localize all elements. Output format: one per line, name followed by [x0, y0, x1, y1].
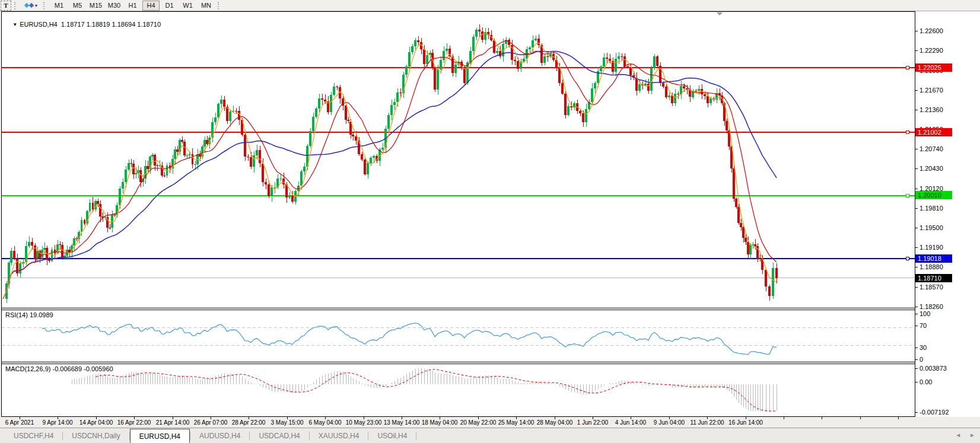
- price-tick: [915, 31, 918, 31]
- price-tick: [915, 189, 918, 189]
- macd-scale-label: 0.00: [919, 378, 932, 386]
- rsi-scale-tick: [915, 314, 918, 314]
- timeframe-button-m5[interactable]: M5: [69, 1, 86, 11]
- tabbar-spacer: [0, 428, 5, 443]
- price-tick-label: 1.21360: [919, 106, 943, 114]
- rsi-scale-label: 30: [919, 344, 927, 352]
- current-price-label: 1.18710: [915, 274, 952, 282]
- symbol-period-label: EURUSD,H4: [20, 21, 58, 28]
- price-tick-label: 1.19190: [919, 244, 943, 251]
- price-tick: [915, 247, 918, 248]
- timeframe-button-m30[interactable]: M30: [106, 1, 123, 11]
- tab-scroll-right-icon[interactable]: ►: [969, 431, 975, 439]
- chart-tab-eurusd-h4[interactable]: EURUSD,H4: [130, 429, 190, 443]
- time-tick: [822, 417, 822, 419]
- rsi-scale-label: 70: [919, 322, 927, 330]
- chart-menu-caret-icon[interactable]: ▼: [12, 22, 17, 27]
- price-tick-label: 1.20740: [919, 145, 943, 153]
- tab-separator: [416, 432, 416, 440]
- hline-price-label: 1.20010: [915, 191, 952, 199]
- hline-price-label: 1.19018: [915, 254, 952, 263]
- ohlc-quotes: 1.18717 1.18819 1.18694 1.18710: [61, 21, 161, 28]
- price-tick-label: 1.20430: [919, 165, 943, 173]
- toolbar-drag-handle: [14, 2, 18, 9]
- price-tick: [915, 228, 918, 228]
- macd-scale-label: -0.007192: [919, 409, 949, 416]
- price-scale[interactable]: 1.226001.222901.219801.216701.213601.210…: [915, 11, 980, 417]
- rsi-scale-tick: [915, 348, 918, 348]
- time-tick: [898, 417, 899, 419]
- time-scale[interactable]: 6 Apr 20219 Apr 14:0014 Apr 04:0016 Apr …: [1, 417, 980, 427]
- price-chart-canvas[interactable]: [2, 12, 915, 308]
- chart-shift-marker-icon[interactable]: [717, 12, 723, 15]
- rsi-scale-label: 100: [919, 310, 930, 318]
- price-tick-label: 1.22290: [919, 47, 943, 55]
- toolbar-drag-handle: [218, 2, 222, 9]
- rsi-scale-tick: [915, 326, 918, 326]
- time-tick: [784, 417, 784, 419]
- chart-tab-audusd-h4[interactable]: AUDUSD,H4: [190, 428, 249, 443]
- timeframe-button-m15[interactable]: M15: [87, 1, 104, 11]
- price-tick: [915, 50, 918, 51]
- price-tick: [915, 90, 918, 91]
- price-tick-label: 1.18880: [919, 263, 943, 271]
- macd-scale-tick: [915, 382, 918, 383]
- mt4-window: T ▾ M1M5M15M30H1H4D1W1MN ▼EURUSD,H4 1.18…: [0, 0, 980, 443]
- hline-price-label: 1.21002: [915, 128, 952, 136]
- macd-label: MACD(12,26,9) -0.006689 -0.005960: [5, 365, 113, 372]
- rsi-panel-canvas[interactable]: [2, 310, 915, 362]
- timeframe-toolbar: M1M5M15M30H1H4D1W1MN: [50, 1, 215, 11]
- time-tick-label: 16 Jun 14:00: [723, 419, 768, 426]
- timeframe-button-mn[interactable]: MN: [198, 1, 215, 11]
- chart-header: ▼EURUSD,H4 1.18717 1.18819 1.18694 1.187…: [5, 14, 161, 35]
- timeframe-button-w1[interactable]: W1: [179, 1, 196, 11]
- price-tick-label: 1.19810: [919, 205, 943, 212]
- macd-panel-canvas[interactable]: [2, 364, 915, 416]
- price-tick-label: 1.18570: [919, 283, 943, 291]
- rsi-scale-tick: [915, 359, 918, 360]
- price-tick-label: 1.22600: [919, 27, 943, 35]
- diamond-icon: [29, 3, 34, 8]
- chart-tab-usdcnh-daily[interactable]: USDCNH,Daily: [63, 428, 129, 443]
- panel-splitter[interactable]: [1, 308, 979, 308]
- objects-tool-button[interactable]: ▾: [21, 1, 40, 11]
- toolbar: T ▾ M1M5M15M30H1H4D1W1MN: [0, 0, 980, 11]
- price-tick: [915, 267, 918, 267]
- price-tick-label: 1.19500: [919, 224, 943, 232]
- timeframe-button-d1[interactable]: D1: [161, 1, 178, 11]
- rsi-label: RSI(14) 19.0989: [5, 311, 53, 318]
- text-tool-button[interactable]: T: [1, 1, 11, 11]
- chart-tab-usoil-h4[interactable]: USOil,H4: [368, 428, 416, 443]
- price-tick: [915, 149, 918, 149]
- hline-price-label: 1.22025: [915, 63, 952, 72]
- tab-scroll-controls: ◄ ►: [955, 431, 975, 439]
- chart-tab-usdcad-h4[interactable]: USDCAD,H4: [250, 428, 308, 443]
- chevron-down-icon: ▾: [35, 3, 37, 8]
- rsi-scale-label: 0: [919, 356, 923, 364]
- time-tick: [860, 417, 861, 419]
- panel-splitter[interactable]: [1, 362, 979, 362]
- timeframe-button-h1[interactable]: H1: [124, 1, 141, 11]
- chart-tab-xauusd-h4[interactable]: XAUUSD,H4: [310, 428, 368, 443]
- chart-tab-bar: USDCHF,H4USDCNH,DailyEURUSD,H4AUDUSD,H4U…: [0, 428, 980, 443]
- price-tick: [915, 287, 918, 288]
- chart-tab-usdchf-h4[interactable]: USDCHF,H4: [5, 428, 62, 443]
- price-tick: [915, 110, 918, 110]
- price-tick: [915, 208, 918, 209]
- macd-scale-tick: [915, 368, 918, 369]
- timeframe-button-h4[interactable]: H4: [142, 1, 160, 11]
- timeframe-button-m1[interactable]: M1: [50, 1, 68, 11]
- price-tick-label: 1.21670: [919, 87, 943, 94]
- price-tick: [915, 168, 918, 169]
- macd-scale-tick: [915, 412, 918, 413]
- toolbar-drag-handle: [43, 2, 47, 9]
- macd-scale-label: 0.003873: [919, 365, 947, 372]
- tab-scroll-left-icon[interactable]: ◄: [955, 431, 961, 439]
- price-tick: [915, 307, 918, 307]
